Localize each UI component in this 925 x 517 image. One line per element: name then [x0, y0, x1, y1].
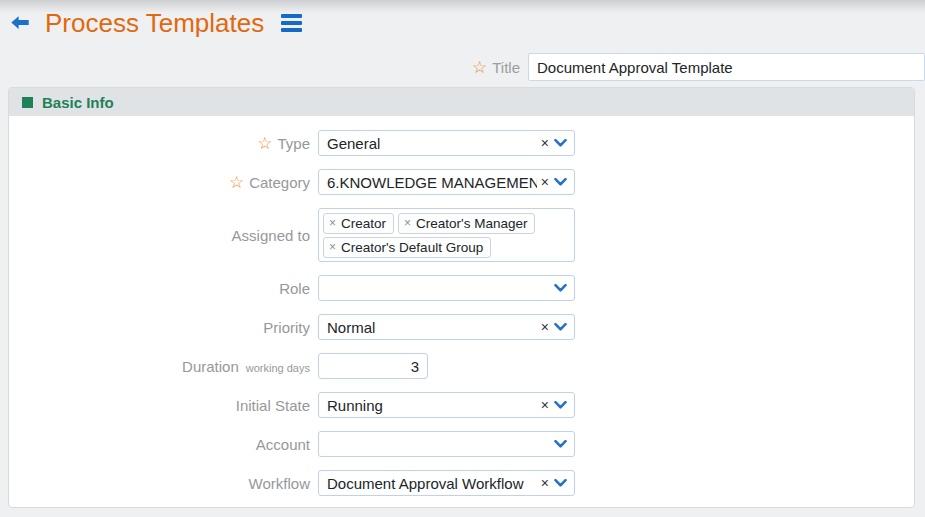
section-bullet-icon [22, 97, 33, 108]
type-select[interactable]: General × [318, 130, 575, 156]
page-title: Process Templates [45, 8, 264, 39]
section-title: Basic Info [42, 94, 114, 111]
form-row-workflow: Workflow Document Approval Workflow × [9, 470, 914, 496]
form-row-assigned-to: Assigned to × Creator × Creator's Manage… [9, 208, 914, 262]
category-select[interactable]: 6.KNOWLEDGE MANAGEMENT × [318, 169, 575, 195]
hamburger-menu-icon[interactable] [281, 12, 305, 34]
account-label-text: Account [256, 436, 310, 453]
assigned-to-tagbox[interactable]: × Creator × Creator's Manager × Creator'… [318, 208, 575, 262]
account-select[interactable] [318, 431, 575, 457]
workflow-label-text: Workflow [249, 475, 310, 492]
required-star-icon: ☆ [229, 174, 244, 191]
tag-label: Creator [341, 216, 386, 231]
chevron-down-icon[interactable] [554, 323, 567, 331]
page-header: Process Templates [8, 6, 305, 40]
clear-icon[interactable]: × [541, 398, 549, 412]
chevron-down-icon[interactable] [554, 479, 567, 487]
initial-state-select[interactable]: Running × [318, 392, 575, 418]
tag-creators-manager: × Creator's Manager [398, 213, 535, 234]
tag-remove-icon[interactable]: × [404, 217, 411, 229]
form-row-duration: Duration working days [9, 353, 914, 379]
type-label: ☆ Type [9, 135, 318, 152]
required-star-icon: ☆ [257, 135, 272, 152]
role-label-text: Role [279, 280, 310, 297]
initial-state-label: Initial State [9, 397, 318, 414]
duration-sublabel: working days [246, 358, 310, 374]
clear-icon[interactable]: × [541, 136, 549, 150]
clear-icon[interactable]: × [541, 320, 549, 334]
clear-icon[interactable]: × [541, 476, 549, 490]
priority-select[interactable]: Normal × [318, 314, 575, 340]
basic-info-section-header: Basic Info [9, 88, 914, 116]
form-row-type: ☆ Type General × [9, 130, 914, 156]
tag-remove-icon[interactable]: × [329, 241, 336, 253]
chevron-down-icon[interactable] [554, 401, 567, 409]
tag-creators-default-group: × Creator's Default Group [323, 237, 491, 258]
category-select-value: 6.KNOWLEDGE MANAGEMENT [327, 174, 537, 191]
title-input[interactable] [528, 53, 925, 81]
chevron-down-icon[interactable] [554, 178, 567, 186]
initial-state-select-value: Running [327, 397, 537, 414]
chevron-down-icon[interactable] [554, 440, 567, 448]
required-star-icon: ☆ [472, 59, 487, 76]
assigned-to-label: Assigned to [9, 227, 318, 244]
form-row-category: ☆ Category 6.KNOWLEDGE MANAGEMENT × [9, 169, 914, 195]
duration-label-text: Duration [182, 358, 239, 375]
basic-info-panel: Basic Info ☆ Type General × ☆ Category [8, 87, 915, 508]
type-select-value: General [327, 135, 537, 152]
form-row-initial-state: Initial State Running × [9, 392, 914, 418]
tag-label: Creator's Default Group [341, 240, 483, 255]
duration-label: Duration working days [9, 358, 318, 375]
workflow-select[interactable]: Document Approval Workflow × [318, 470, 575, 496]
back-arrow-icon[interactable] [8, 11, 32, 35]
category-label-text: Category [249, 174, 310, 191]
form-row-role: Role [9, 275, 914, 301]
category-label: ☆ Category [9, 174, 318, 191]
assigned-to-label-text: Assigned to [232, 227, 310, 244]
priority-label-text: Priority [263, 319, 310, 336]
role-select[interactable] [318, 275, 575, 301]
type-label-text: Type [277, 135, 310, 152]
priority-select-value: Normal [327, 319, 537, 336]
chevron-down-icon[interactable] [554, 139, 567, 147]
basic-info-form: ☆ Type General × ☆ Category 6.KNOWLEDGE … [9, 116, 914, 496]
title-label: ☆ Title [0, 53, 520, 81]
tag-remove-icon[interactable]: × [329, 217, 336, 229]
title-row: ☆ Title [0, 53, 925, 81]
form-row-account: Account [9, 431, 914, 457]
title-label-text: Title [492, 59, 520, 76]
role-label: Role [9, 280, 318, 297]
tag-label: Creator's Manager [416, 216, 527, 231]
account-label: Account [9, 436, 318, 453]
tag-creator: × Creator [323, 213, 394, 234]
form-row-priority: Priority Normal × [9, 314, 914, 340]
workflow-select-value: Document Approval Workflow [327, 475, 537, 492]
initial-state-label-text: Initial State [236, 397, 310, 414]
chevron-down-icon[interactable] [554, 284, 567, 292]
clear-icon[interactable]: × [541, 175, 549, 189]
duration-input[interactable] [318, 353, 428, 379]
priority-label: Priority [9, 319, 318, 336]
workflow-label: Workflow [9, 475, 318, 492]
